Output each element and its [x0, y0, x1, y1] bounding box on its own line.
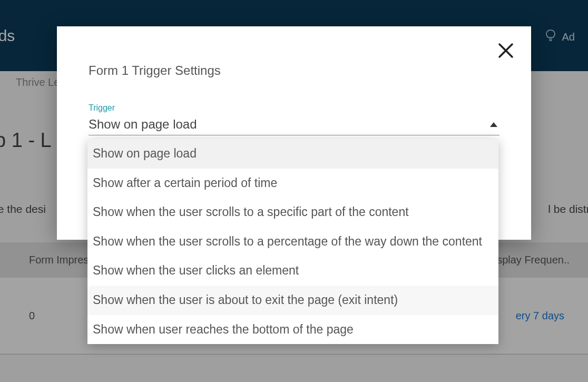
dropdown-option[interactable]: Show when the user clicks an element	[87, 256, 498, 286]
modal-title: Form 1 Trigger Settings	[89, 63, 499, 78]
trigger-selected-value: Show on page load	[89, 117, 197, 132]
trigger-dropdown: Show on page load Show after a certain p…	[87, 139, 498, 344]
chevron-up-icon	[490, 122, 497, 127]
dropdown-option[interactable]: Show when the user scrolls to a specific…	[87, 198, 498, 227]
trigger-select[interactable]: Show on page load	[89, 117, 499, 135]
dropdown-option[interactable]: Show on page load	[87, 139, 498, 169]
dropdown-option[interactable]: Show when the user is about to exit the …	[87, 286, 498, 315]
dropdown-option[interactable]: Show when the user scrolls to a percenta…	[87, 227, 498, 257]
dropdown-option[interactable]: Show when user reaches the bottom of the…	[87, 315, 498, 345]
dropdown-option[interactable]: Show after a certain period of time	[87, 169, 498, 198]
trigger-field-label: Trigger	[89, 103, 499, 113]
close-button[interactable]	[496, 41, 515, 60]
